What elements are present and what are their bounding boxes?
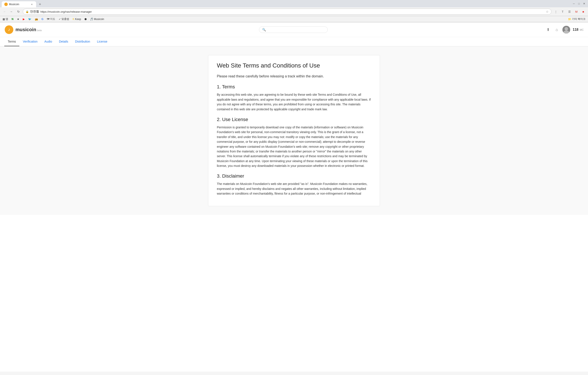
bookmark-label: Musicoin bbox=[94, 18, 104, 21]
gmail-icon[interactable]: M bbox=[573, 9, 579, 15]
nav-tabs: Terms Verification Audio Details Distrib… bbox=[0, 37, 588, 46]
bookmark-google[interactable]: G bbox=[41, 17, 44, 21]
tab-verification[interactable]: Verification bbox=[19, 37, 41, 46]
site-header: ♪ musicoin beta 🔍 ⬆ ⌂ 118 bbox=[0, 22, 588, 37]
keep-icon: K bbox=[73, 18, 74, 21]
tab-details[interactable]: Details bbox=[55, 37, 72, 46]
bookmark-label: 맞춤법 bbox=[62, 17, 69, 21]
youtube-icon: ▶ bbox=[23, 18, 25, 21]
browser-tab-musicoin[interactable]: Musicoin ✕ bbox=[2, 1, 36, 7]
tab-favicon bbox=[4, 3, 8, 6]
radio-icon: 📻 bbox=[35, 18, 38, 21]
mc-balance-display: 118 MC bbox=[573, 28, 584, 32]
beta-badge: beta bbox=[37, 29, 42, 32]
bookmark-other[interactable]: 📁 기타 북마크 bbox=[567, 17, 586, 21]
another-extension[interactable]: ■ bbox=[580, 9, 586, 15]
section-3-heading: 3. Disclaimer bbox=[217, 173, 371, 179]
google-icon: G bbox=[42, 18, 43, 21]
bookmark-label: 지도 bbox=[50, 17, 55, 21]
apps-icon: ▦ bbox=[3, 18, 5, 21]
header-right: ⬆ ⌂ 118 MC bbox=[545, 26, 584, 33]
search-box[interactable]: 🔍 bbox=[259, 26, 328, 33]
tab-title: Musicoin bbox=[9, 3, 29, 6]
secure-icon: 🔒 bbox=[26, 10, 29, 13]
bookmark-spell[interactable]: ✓ 맞춤법 bbox=[58, 17, 70, 21]
address-bar[interactable]: 🔒 안전함 https://musicoin.org/nav/release-m… bbox=[23, 9, 551, 15]
search-icon: 🔍 bbox=[262, 28, 266, 32]
logo-icon: ♪ bbox=[4, 25, 14, 34]
main-content: Web Site Terms and Conditions of Use Ple… bbox=[208, 55, 380, 206]
upload-icon[interactable]: ⬆ bbox=[545, 27, 551, 33]
bookmark-apps[interactable]: ▦ 앱 bbox=[2, 17, 9, 21]
svg-text:♪: ♪ bbox=[8, 27, 10, 32]
bookmark-youtube[interactable]: ▶ bbox=[22, 17, 26, 21]
musicoin-fav-icon: 🎵 bbox=[90, 18, 93, 21]
section-3-text: The materials on Musicoin Foundation's w… bbox=[217, 182, 371, 196]
home-icon[interactable]: ⌂ bbox=[554, 27, 560, 33]
bookmark-keep[interactable]: K Keep bbox=[72, 17, 82, 21]
bookmark-n[interactable]: N bbox=[11, 17, 14, 21]
extensions-button[interactable]: ⋮ bbox=[553, 9, 559, 15]
mc-unit: MC bbox=[580, 28, 584, 32]
back-button[interactable]: ← bbox=[2, 9, 8, 15]
new-tab-button[interactable]: + bbox=[37, 1, 43, 7]
url-text: https://musicoin.org/nav/release-manager bbox=[40, 10, 545, 13]
refresh-button[interactable]: ↻ bbox=[15, 9, 21, 15]
star-icon: ★ bbox=[17, 18, 19, 21]
maps-icon: 🗺 bbox=[47, 18, 49, 21]
logo-text: musicoin bbox=[15, 27, 36, 32]
bookmark-label: 앱 bbox=[6, 17, 8, 21]
bookmarks-bar: ▦ 앱 N ★ ▶ 🐦 📻 G 🗺 지도 ✓ 맞춤법 K bbox=[0, 16, 588, 22]
translate-icon[interactable]: T bbox=[560, 9, 566, 15]
window-close-button[interactable]: ✕ bbox=[582, 1, 586, 6]
mc-balance: 118 bbox=[573, 28, 578, 32]
page-title: Web Site Terms and Conditions of Use bbox=[217, 62, 371, 69]
bookmark-label: 기타 북마크 bbox=[572, 17, 585, 21]
tab-audio[interactable]: Audio bbox=[41, 37, 56, 46]
bookmark-musicoin[interactable]: 🎵 Musicoin bbox=[89, 17, 105, 21]
tab-close-button[interactable]: ✕ bbox=[30, 3, 33, 6]
header-search-area: 🔍 bbox=[42, 26, 545, 33]
tab-license[interactable]: License bbox=[94, 37, 111, 46]
folder-icon: 📁 bbox=[568, 18, 571, 21]
bookmark-hex[interactable]: ⬟ bbox=[84, 17, 87, 21]
section-1-text: By accessing this web site, you are agre… bbox=[217, 92, 371, 112]
logo-area[interactable]: ♪ musicoin beta bbox=[4, 25, 42, 34]
section-1-heading: 1. Terms bbox=[217, 84, 371, 90]
twitter-icon: 🐦 bbox=[28, 18, 31, 21]
bookmark-maps[interactable]: 🗺 지도 bbox=[46, 17, 56, 21]
window-maximize-button[interactable]: □ bbox=[577, 1, 581, 6]
bookmark-radio[interactable]: 📻 bbox=[34, 17, 39, 21]
bookmark-label: Keep bbox=[75, 18, 81, 21]
svg-point-3 bbox=[565, 27, 568, 31]
reader-icon[interactable]: ☰ bbox=[567, 9, 573, 15]
section-2-text: Permission is granted to temporarily dow… bbox=[217, 125, 371, 168]
n-icon: N bbox=[12, 18, 13, 21]
spell-icon: ✓ bbox=[59, 18, 61, 21]
bookmark-star-icon[interactable]: ☆ bbox=[546, 10, 549, 13]
tab-distribution[interactable]: Distribution bbox=[72, 37, 94, 46]
tab-terms[interactable]: Terms bbox=[4, 37, 19, 46]
subtitle: Please read these carefully before relea… bbox=[217, 74, 371, 79]
forward-button[interactable]: → bbox=[8, 9, 14, 15]
bookmark-twitter[interactable]: 🐦 bbox=[27, 17, 32, 21]
hex-icon: ⬟ bbox=[84, 18, 87, 21]
secure-label: 안전함 bbox=[30, 10, 39, 13]
bookmark-star[interactable]: ★ bbox=[16, 17, 20, 21]
user-avatar[interactable] bbox=[562, 26, 570, 33]
window-minimize-button[interactable]: ─ bbox=[572, 1, 576, 6]
section-2-heading: 2. Use License bbox=[217, 117, 371, 122]
